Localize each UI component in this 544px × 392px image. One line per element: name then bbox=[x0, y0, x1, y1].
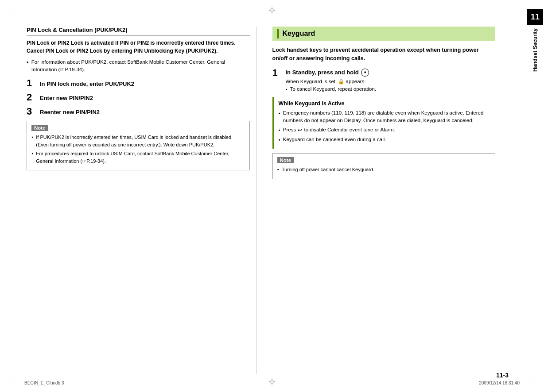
keyguard-intro: Lock handset keys to prevent accidental … bbox=[272, 46, 496, 63]
step-2: 2 Enter new PIN/PIN2 bbox=[27, 92, 250, 102]
footer: BEGIN_E_OI.indb 3 2009/12/14 16:31:40 bbox=[24, 380, 520, 385]
page-container: 11 Handset Security PIN Lock & Cancellat… bbox=[0, 0, 544, 392]
arrow-icon: ↩ bbox=[298, 126, 302, 134]
main-content: PIN Lock & Cancellation (PUK/PUK2) PIN L… bbox=[27, 27, 517, 374]
step-1-number: 1 bbox=[27, 78, 35, 88]
page-number: 11-3 bbox=[496, 372, 509, 379]
left-note-box: Note If PUK/PUK2 is incorrectly entered … bbox=[27, 121, 250, 170]
step-3: 3 Reenter new PIN/PIN2 bbox=[27, 107, 250, 116]
keyguard-title-text: Keyguard bbox=[283, 30, 315, 38]
left-note-item-2: For procedures required to unlock USIM C… bbox=[31, 150, 245, 165]
while-active-text-3: Keyguard can be canceled even during a c… bbox=[283, 136, 386, 143]
footer-right: 2009/12/14 16:31:40 bbox=[479, 380, 520, 385]
right-note-item-1: Turning off power cannot cancel Keyguard… bbox=[277, 166, 491, 173]
left-bullet-item: For information about PUK/PUK2, contact … bbox=[27, 58, 250, 74]
chapter-number: 11 bbox=[527, 9, 543, 25]
keyguard-title-box: Keyguard bbox=[272, 27, 496, 41]
left-note-text-1: If PUK/PUK2 is incorrectly entered ten t… bbox=[36, 134, 245, 148]
step-3-text: Reenter new PIN/PIN2 bbox=[40, 107, 100, 116]
step-2-text: Enter new PIN/PIN2 bbox=[40, 92, 93, 102]
right-step-1-sub: When Keyguard is set, 🔒 appears. bbox=[286, 78, 496, 85]
chapter-title: Handset Security bbox=[532, 28, 538, 72]
right-step-1-sub-bullet: To cancel Keyguard, repeat operation. bbox=[286, 85, 496, 93]
while-active-item-1: Emergency numbers (110, 119, 118) are di… bbox=[279, 109, 491, 125]
while-active-text-1: Emergency numbers (110, 119, 118) are di… bbox=[283, 109, 491, 125]
right-note-text-1: Turning off power cannot cancel Keyguard… bbox=[282, 166, 374, 173]
while-active-text-2: Press ↩ to disable Calendar event tone o… bbox=[283, 126, 395, 134]
chapter-sidebar: 11 Handset Security bbox=[526, 0, 544, 392]
left-column: PIN Lock & Cancellation (PUK/PUK2) PIN L… bbox=[27, 27, 257, 374]
footer-left: BEGIN_E_OI.indb 3 bbox=[24, 380, 64, 385]
right-step-1-content: In Standby, press and hold ● When Keygua… bbox=[286, 68, 496, 93]
left-note-list: If PUK/PUK2 is incorrectly entered ten t… bbox=[31, 134, 245, 165]
left-bullet-list: For information about PUK/PUK2, contact … bbox=[27, 58, 250, 74]
while-active-title: While Keyguard is Active bbox=[279, 100, 491, 107]
left-bullet-text: For information about PUK/PUK2, contact … bbox=[31, 58, 250, 74]
while-active-list: Emergency numbers (110, 119, 118) are di… bbox=[279, 109, 491, 144]
while-active-box: While Keyguard is Active Emergency numbe… bbox=[272, 97, 496, 149]
keyguard-title-bar bbox=[277, 29, 279, 38]
corner-mark-bl bbox=[9, 374, 18, 383]
step-3-number: 3 bbox=[27, 107, 35, 116]
while-active-item-2: Press ↩ to disable Calendar event tone o… bbox=[279, 126, 491, 134]
left-intro: PIN Lock or PIN2 Lock is activated if PI… bbox=[27, 39, 250, 55]
right-step-1-number: 1 bbox=[272, 68, 281, 78]
left-section-title: PIN Lock & Cancellation (PUK/PUK2) bbox=[27, 27, 250, 35]
step-1: 1 In PIN lock mode, enter PUK/PUK2 bbox=[27, 78, 250, 88]
right-note-title: Note bbox=[277, 157, 294, 163]
right-note-box: Note Turning off power cannot cancel Key… bbox=[272, 153, 496, 179]
center-mark-top bbox=[268, 7, 276, 14]
right-note-list: Turning off power cannot cancel Keyguard… bbox=[277, 166, 491, 173]
right-step-1-main: In Standby, press and hold ● bbox=[286, 68, 496, 77]
step-1-text: In PIN lock mode, enter PUK/PUK2 bbox=[40, 78, 134, 88]
right-step-1: 1 In Standby, press and hold ● When Keyg… bbox=[272, 68, 496, 93]
left-note-item-1: If PUK/PUK2 is incorrectly entered ten t… bbox=[31, 134, 245, 148]
corner-mark-tl bbox=[9, 9, 18, 18]
right-column: Keyguard Lock handset keys to prevent ac… bbox=[270, 27, 496, 374]
while-active-item-3: Keyguard can be canceled even during a c… bbox=[279, 136, 491, 143]
left-note-text-2: For procedures required to unlock USIM C… bbox=[36, 150, 245, 165]
left-note-title: Note bbox=[31, 125, 48, 131]
center-button-icon: ● bbox=[361, 69, 369, 77]
step-2-number: 2 bbox=[27, 92, 35, 102]
